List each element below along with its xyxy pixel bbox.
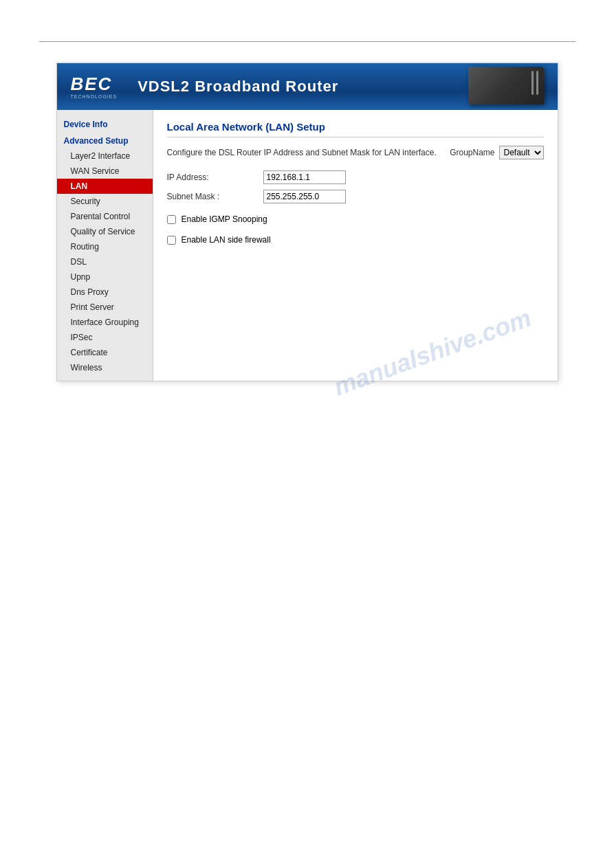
top-divider	[39, 41, 575, 42]
sidebar-item-wan-service[interactable]: WAN Service	[57, 164, 153, 179]
ip-address-input[interactable]	[263, 170, 346, 184]
sidebar-item-device-info[interactable]: Device Info	[57, 117, 153, 132]
header-title: VDSL2 Broadband Router	[138, 78, 338, 96]
content-panel: Local Area Network (LAN) Setup Configure…	[153, 110, 558, 381]
sidebar-item-layer2-interface[interactable]: Layer2 Interface	[57, 148, 153, 164]
description-row: Configure the DSL Router IP Address and …	[167, 146, 544, 159]
enable-firewall-checkbox[interactable]	[167, 236, 176, 245]
sidebar-item-print-server[interactable]: Print Server	[57, 300, 153, 315]
sidebar-item-certificate[interactable]: Certificate	[57, 345, 153, 360]
router-shape	[468, 67, 544, 104]
igmp-snooping-row: Enable IGMP Snooping	[167, 214, 544, 224]
header-logo: BEC TECHNOLOGIES	[71, 75, 118, 99]
lan-firewall-row: Enable LAN side firewall	[167, 235, 544, 245]
sidebar-item-quality-of-service[interactable]: Quality of Service	[57, 224, 153, 239]
sidebar-item-dsl[interactable]: DSL	[57, 254, 153, 269]
watermark: manualshive.com	[330, 304, 535, 402]
sidebar-item-interface-grouping[interactable]: Interface Grouping	[57, 315, 153, 330]
groupname-label: GroupName	[450, 148, 494, 157]
groupname-select[interactable]: Default	[499, 146, 544, 159]
sidebar-item-lan[interactable]: LAN	[57, 179, 153, 194]
main-content: Device Info Advanced Setup Layer2 Interf…	[57, 110, 558, 381]
enable-firewall-label: Enable LAN side firewall	[182, 235, 271, 245]
sidebar-item-upnp[interactable]: Upnp	[57, 269, 153, 285]
sidebar: Device Info Advanced Setup Layer2 Interf…	[57, 110, 153, 381]
description-text: Configure the DSL Router IP Address and …	[167, 148, 450, 157]
subnet-mask-row: Subnet Mask :	[167, 190, 544, 203]
router-image	[468, 67, 551, 107]
subnet-mask-label: Subnet Mask :	[167, 192, 263, 201]
sidebar-item-wireless[interactable]: Wireless	[57, 360, 153, 375]
page-title: Local Area Network (LAN) Setup	[167, 121, 544, 137]
sidebar-item-dns-proxy[interactable]: Dns Proxy	[57, 285, 153, 300]
ip-address-row: IP Address:	[167, 170, 544, 184]
enable-igmp-label: Enable IGMP Snooping	[182, 214, 267, 224]
subnet-mask-input[interactable]	[263, 190, 346, 203]
sidebar-item-ipsec[interactable]: IPSec	[57, 330, 153, 345]
logo-sub: TECHNOLOGIES	[71, 94, 118, 99]
router-container: BEC TECHNOLOGIES VDSL2 Broadband Router …	[56, 63, 558, 381]
sidebar-item-parental-control[interactable]: Parental Control	[57, 209, 153, 224]
enable-igmp-checkbox[interactable]	[167, 215, 176, 224]
logo-bec: BEC	[71, 75, 113, 93]
sidebar-item-routing[interactable]: Routing	[57, 239, 153, 254]
header-banner: BEC TECHNOLOGIES VDSL2 Broadband Router	[57, 63, 558, 110]
ip-address-label: IP Address:	[167, 173, 263, 182]
sidebar-item-advanced-setup[interactable]: Advanced Setup	[57, 133, 153, 148]
ip-form: IP Address: Subnet Mask :	[167, 170, 544, 203]
sidebar-item-security[interactable]: Security	[57, 194, 153, 209]
